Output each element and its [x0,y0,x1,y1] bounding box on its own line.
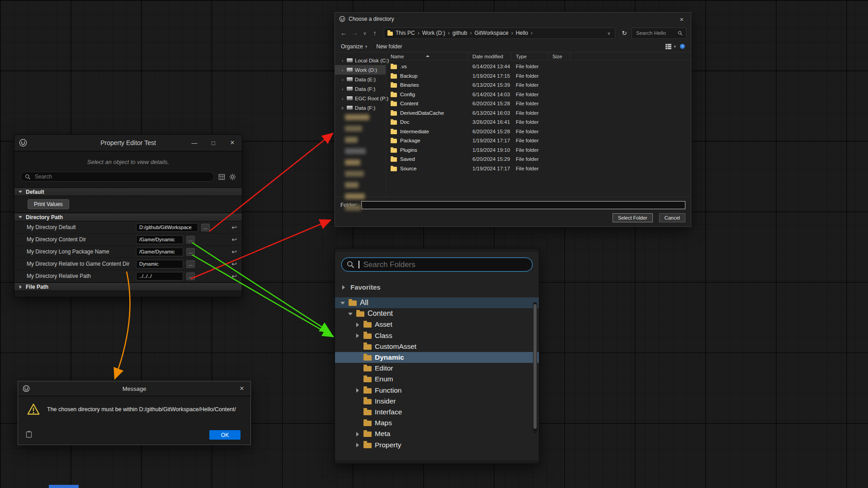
dialog-search-input[interactable] [635,30,678,36]
tree-item-maps[interactable]: Maps [335,418,539,428]
back-icon[interactable]: ← [340,29,348,37]
dialog-search-box[interactable] [632,28,686,39]
collapse-arrow-icon[interactable] [340,300,345,305]
tree-item-asset[interactable]: Asset [335,319,539,330]
tree-item-editor[interactable]: Editor [335,363,539,374]
tree-item-all[interactable]: All [335,297,539,308]
forward-icon[interactable]: → [351,29,359,37]
sidebar-item-data-f[interactable]: › Data (F:) [335,84,386,94]
folder-name-input[interactable] [361,201,685,209]
expand-arrow-icon[interactable] [355,388,360,393]
browse-ellipsis-button[interactable]: ... [186,260,195,268]
breadcrumb-segment[interactable]: Hello [514,30,529,36]
file-row[interactable]: Doc3/26/2024 16:41File folder [386,117,691,127]
tree-item-property[interactable]: Property [335,439,539,450]
expand-arrow-icon[interactable] [355,442,360,447]
file-row[interactable]: Saved6/20/2024 15:29File folder [386,155,691,164]
cancel-button[interactable]: Cancel [659,213,685,222]
property-value-field[interactable]: /Game/Dynamic [136,248,183,256]
sidebar-item-local-disk-c[interactable]: › Local Disk (C:) [335,56,386,65]
section-header-file-path[interactable]: File Path [14,282,242,291]
file-row[interactable]: Source1/19/2024 17:17File folder [386,164,691,174]
reset-to-default-icon[interactable]: ↩ [231,224,237,231]
copy-to-clipboard-icon[interactable] [26,431,32,440]
section-header-directory-path[interactable]: Directory Path [14,213,242,221]
column-header-name[interactable]: Name [386,52,468,60]
folder-search-box[interactable]: Search Folders [341,258,533,272]
reset-to-default-icon[interactable]: ↩ [231,272,237,280]
tree-item-function[interactable]: Function [335,385,539,396]
close-button[interactable]: × [223,135,242,151]
column-view-icon[interactable] [218,174,225,180]
file-row[interactable]: Config6/14/2024 14:03File folder [386,90,691,99]
settings-gear-icon[interactable] [229,174,236,180]
property-value-field[interactable]: /Game/Dynamic [136,235,183,244]
column-header-size[interactable]: Size [548,52,571,60]
browse-ellipsis-button[interactable]: ... [186,236,195,244]
breadcrumb-segment[interactable]: GitWorkspace [473,30,510,36]
close-button[interactable]: × [233,381,250,396]
view-mode-button[interactable]: ▾ [665,44,676,49]
up-icon[interactable]: ↑ [371,29,379,37]
sidebar-item-egc-root-p[interactable]: › EGC Root (P:) [335,94,386,103]
file-row[interactable]: DerivedDataCache6/13/2024 16:03File fold… [386,108,691,118]
new-folder-button[interactable]: New folder [376,43,402,50]
column-header-date-modified[interactable]: Date modified [468,52,511,60]
file-row[interactable]: Backup1/19/2024 17:15File folder [386,71,691,81]
help-icon[interactable]: ? [680,44,685,49]
select-folder-button[interactable]: Select Folder [613,213,653,222]
scrollbar-track[interactable] [533,302,537,433]
tree-item-enum[interactable]: Enum [335,374,539,385]
expand-chevron-icon[interactable]: › [340,96,344,101]
expand-arrow-icon[interactable] [341,285,346,290]
file-row[interactable]: .vs6/14/2024 13:44File folder [386,62,691,71]
breadcrumb-segment[interactable]: This PC [394,30,416,36]
property-search-box[interactable] [20,172,214,182]
close-button[interactable]: × [673,13,691,25]
organize-menu[interactable]: Organize ▾ [341,43,367,50]
message-titlebar[interactable]: Message × [18,381,250,396]
browse-ellipsis-button[interactable]: ... [201,224,210,231]
tree-item-meta[interactable]: Meta [335,428,539,439]
maximize-button[interactable]: □ [204,135,223,151]
sidebar-item-data-f-expanded[interactable]: ∨ Data (F:) [335,103,386,113]
sidebar-item-work-d[interactable]: › Work (D:) [335,65,386,75]
column-header-type[interactable]: Type [511,52,548,60]
breadcrumb-segment[interactable]: github [451,30,469,36]
expand-chevron-icon[interactable]: › [340,58,344,63]
scrollbar-thumb[interactable] [533,304,537,429]
property-search-input[interactable] [34,173,210,180]
tree-item-customasset[interactable]: CustomAsset [335,341,539,352]
file-row[interactable]: Content6/20/2024 15:28File folder [386,99,691,108]
collapse-chevron-icon[interactable]: ∨ [340,106,344,110]
favorites-section[interactable]: Favorites [335,283,539,291]
property-value-field[interactable]: Dynamic [136,260,183,268]
history-chevron-icon[interactable]: ∨ [362,31,368,36]
reset-to-default-icon[interactable]: ↩ [231,236,237,243]
file-row[interactable]: Binaries6/13/2024 15:39File folder [386,80,691,90]
breadcrumb-segment[interactable]: Work (D:) [421,30,447,36]
refresh-icon[interactable]: ↻ [620,29,628,37]
file-row[interactable]: Plugins1/19/2024 19:10File folder [386,145,691,155]
sidebar-item-data-e[interactable]: › Data (E:) [335,75,386,84]
expand-chevron-icon[interactable]: › [340,77,344,82]
expand-chevron-icon[interactable]: › [340,67,344,73]
property-value-field[interactable]: ../../../ [136,272,183,281]
browse-ellipsis-button[interactable]: ... [186,272,195,280]
tree-item-class[interactable]: Class [335,330,539,341]
breadcrumb[interactable]: This PC › Work (D:) › github › GitWorksp… [384,28,615,39]
expand-arrow-icon[interactable] [355,322,360,327]
expand-arrow-icon[interactable] [355,432,360,436]
ok-button[interactable]: OK [209,430,241,440]
print-values-button[interactable]: Print Values [28,199,69,209]
minimize-button[interactable]: — [185,135,204,151]
reset-to-default-icon[interactable]: ↩ [231,248,237,255]
property-value-field[interactable]: D:/github/GitWorkspace [136,223,198,232]
tree-item-interface[interactable]: Interface [335,407,539,418]
file-row[interactable]: Intermediate6/20/2024 15:28File folder [386,127,691,136]
address-dropdown-icon[interactable]: ∨ [606,31,612,36]
section-header-default[interactable]: Default [14,188,242,196]
browse-ellipsis-button[interactable]: ... [186,248,195,256]
dialog-titlebar[interactable]: Choose a directory × [335,13,691,25]
property-editor-titlebar[interactable]: Property Editor Test — □ × [14,135,242,151]
